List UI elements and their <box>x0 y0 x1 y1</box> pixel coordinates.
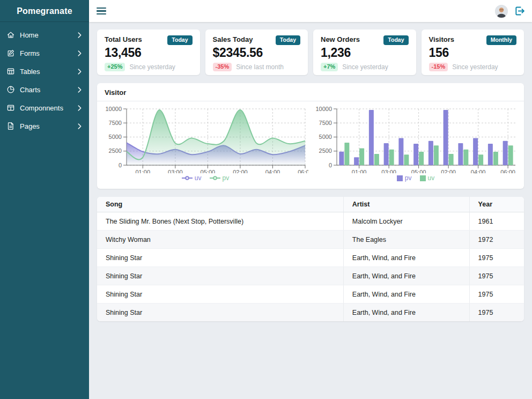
app-root: Pomegranate HomeFormsTablesChartsComponn… <box>0 0 532 399</box>
svg-text:04:00: 04:00 <box>265 169 280 173</box>
svg-text:7500: 7500 <box>108 120 121 126</box>
svg-text:03:00: 03:00 <box>168 169 183 173</box>
column-header-year: Year <box>469 197 524 212</box>
svg-text:7500: 7500 <box>319 120 331 126</box>
svg-text:2500: 2500 <box>108 147 121 154</box>
hamburger-icon <box>97 8 106 9</box>
sidebar-item-label: Pages <box>20 122 73 130</box>
svg-text:04:00: 04:00 <box>470 169 485 173</box>
legend-item-pv: pv <box>210 174 230 182</box>
visitor-bar-chart[interactable]: 02500500075001000001:0003:0005:0002:0004… <box>313 104 519 173</box>
legend-item-uv: uv <box>420 174 435 182</box>
stat-period-badge: Today <box>167 35 192 45</box>
home-icon <box>6 31 15 39</box>
visitor-card-title: Visitor <box>97 83 524 101</box>
page-content: Total UsersToday13,456+25%Since yesterda… <box>89 22 532 399</box>
avatar-image <box>495 5 508 18</box>
table-cell-year: 1975 <box>469 249 524 267</box>
songs-table: SongArtistYear The Sliding Mr. Bones (Ne… <box>97 197 524 321</box>
sidebar-item-forms[interactable]: Forms <box>0 44 89 62</box>
legend-item-pv: pv <box>397 174 412 182</box>
bar-chart-block: 02500500075001000001:0003:0005:0002:0004… <box>311 104 521 183</box>
hamburger-menu-button[interactable] <box>96 6 107 17</box>
visitor-card: Visitor 02500500075001000001:0003:0005:0… <box>97 83 524 189</box>
table-cell-year: 1972 <box>469 231 524 249</box>
charts-row: 02500500075001000001:0003:0005:0002:0004… <box>97 101 524 184</box>
legend-line-icon <box>182 175 193 181</box>
legend-label: uv <box>428 174 435 182</box>
stat-note: Since last month <box>236 63 284 71</box>
legend-item-uv: uv <box>182 174 202 182</box>
stat-note: Since yesterday <box>452 63 498 71</box>
sidebar-item-label: Componnents <box>20 104 73 112</box>
table-row: Witchy WomanThe Eagles1972 <box>97 231 524 249</box>
pages-icon <box>6 122 15 130</box>
table-row: The Sliding Mr. Bones (Next Stop, Potter… <box>97 212 524 231</box>
svg-text:01:00: 01:00 <box>351 169 366 173</box>
legend-square-icon <box>420 175 426 181</box>
sidebar: Pomegranate HomeFormsTablesChartsComponn… <box>0 0 89 399</box>
sidebar-item-tables[interactable]: Tables <box>0 62 89 80</box>
table-cell-song: Shining Star <box>97 304 343 322</box>
svg-text:05:00: 05:00 <box>200 169 215 173</box>
table-cell-song: Shining Star <box>97 285 343 304</box>
sidebar-item-componnents[interactable]: Componnents <box>0 99 89 117</box>
svg-text:06:00: 06:00 <box>500 169 515 173</box>
legend-label: uv <box>195 174 202 182</box>
table-row: Shining StarEarth, Wind, and Fire1975 <box>97 249 524 267</box>
svg-text:5000: 5000 <box>319 134 331 140</box>
sidebar-item-charts[interactable]: Charts <box>0 80 89 99</box>
chevron-right-icon <box>78 87 82 93</box>
svg-text:10000: 10000 <box>315 106 332 112</box>
table-row: Shining StarEarth, Wind, and Fire1975 <box>97 267 524 285</box>
logout-button[interactable] <box>514 5 525 17</box>
table-cell-artist: The Eagles <box>343 231 469 249</box>
sidebar-item-label: Charts <box>20 86 73 94</box>
songs-table-card: SongArtistYear The Sliding Mr. Bones (Ne… <box>97 197 524 321</box>
chevron-right-icon <box>78 123 82 129</box>
logout-icon <box>514 5 525 17</box>
svg-text:2500: 2500 <box>319 147 331 154</box>
column-header-song: Song <box>97 197 343 212</box>
stat-value: 13,456 <box>105 46 193 60</box>
chevron-right-icon <box>78 50 82 56</box>
sidebar-item-pages[interactable]: Pages <box>0 117 89 135</box>
sidebar-item-home[interactable]: Home <box>0 26 89 44</box>
sidebar-item-label: Tables <box>20 68 73 76</box>
table-cell-artist: Malcolm Lockyer <box>343 212 469 231</box>
stat-title: New Orders <box>321 35 360 43</box>
legend-label: pv <box>223 174 230 182</box>
stat-card-new-orders: New OrdersToday1,236+7%Since yesterday <box>313 29 416 75</box>
table-row: Shining StarEarth, Wind, and Fire1975 <box>97 285 524 304</box>
svg-text:10000: 10000 <box>105 106 122 112</box>
stat-title: Sales Today <box>213 35 253 43</box>
stat-title: Total Users <box>105 35 142 43</box>
table-cell-song: Shining Star <box>97 249 343 267</box>
chevron-right-icon <box>78 32 82 38</box>
area-chart-block: 02500500075001000001:0003:0005:0002:0004… <box>100 104 311 183</box>
songs-table-head: SongArtistYear <box>97 197 524 212</box>
stat-period-badge: Monthly <box>486 35 516 45</box>
stat-delta-badge: +25% <box>105 63 125 71</box>
stat-delta-badge: +7% <box>321 63 338 71</box>
components-icon <box>6 104 15 112</box>
stat-title: Visitors <box>429 35 454 43</box>
legend-square-icon <box>397 175 403 181</box>
svg-text:02:00: 02:00 <box>441 169 456 173</box>
stat-period-badge: Today <box>383 35 408 45</box>
user-avatar[interactable] <box>495 5 508 18</box>
svg-text:01:00: 01:00 <box>135 169 150 173</box>
tables-icon <box>6 67 15 76</box>
forms-icon <box>6 49 15 57</box>
songs-table-body: The Sliding Mr. Bones (Next Stop, Potter… <box>97 212 524 322</box>
svg-text:02:00: 02:00 <box>233 169 248 173</box>
table-cell-song: The Sliding Mr. Bones (Next Stop, Potter… <box>97 212 343 231</box>
table-cell-artist: Earth, Wind, and Fire <box>343 267 469 285</box>
main-area: Total UsersToday13,456+25%Since yesterda… <box>89 0 532 399</box>
table-cell-song: Witchy Woman <box>97 231 343 249</box>
sidebar-item-label: Home <box>20 31 73 39</box>
stat-delta-badge: -15% <box>429 63 448 71</box>
visitor-area-chart[interactable]: 02500500075001000001:0003:0005:0002:0004… <box>103 104 308 173</box>
stat-delta-badge: -35% <box>213 63 232 71</box>
stat-cards-row: Total UsersToday13,456+25%Since yesterda… <box>97 29 524 75</box>
